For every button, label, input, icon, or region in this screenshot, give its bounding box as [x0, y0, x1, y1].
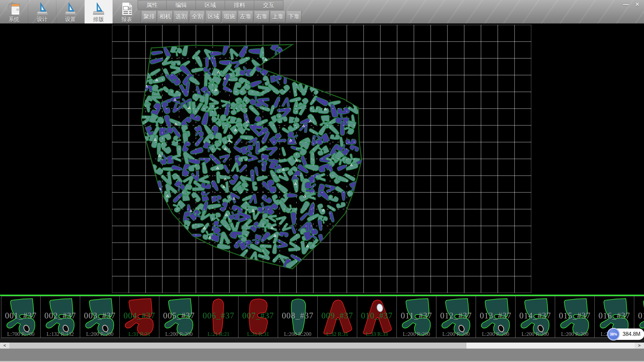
- gear-document-icon: [7, 1, 21, 16]
- tool-button-左靠[interactable]: 左靠: [238, 11, 253, 22]
- menu-row-2: 聚排相机选割全割区域瑕疵左靠右靠上靠下靠: [142, 11, 302, 22]
- strip-gap: [0, 338, 644, 343]
- scroll-left-arrow-icon[interactable]: <: [0, 343, 9, 349]
- menu-button-交互[interactable]: 交互: [254, 0, 283, 10]
- nesting-canvas[interactable]: [0, 23, 644, 295]
- piece-thumbnail-008_#37[interactable]: 008_#37L:200 R:200: [278, 296, 318, 338]
- tool-button-聚排[interactable]: 聚排: [142, 11, 157, 22]
- main-tab-设置[interactable]: 设置: [56, 0, 85, 23]
- status-bar: [0, 349, 644, 362]
- piece-shape: [442, 299, 470, 335]
- tool-button-区域[interactable]: 区域: [206, 11, 221, 22]
- main-tab-label: 设置: [65, 16, 76, 23]
- main-tool-buttons: 系统设计设置排版报表: [0, 0, 141, 23]
- window-controls: — ✕: [621, 1, 642, 9]
- piece-thumbnail-009_#37[interactable]: 009_#37L:32 R:31: [318, 296, 357, 338]
- minimize-button[interactable]: —: [621, 1, 631, 9]
- main-tab-label: 设计: [37, 16, 48, 23]
- tool-button-选割[interactable]: 选割: [174, 11, 189, 22]
- main-tab-系统[interactable]: 系统: [0, 0, 28, 23]
- main-tab-设计[interactable]: 设计: [28, 0, 56, 23]
- piece-shape: [521, 299, 549, 335]
- tool-button-上靠[interactable]: 上靠: [270, 11, 285, 22]
- piece-thumbnail-012_#37[interactable]: 012_#37L:200 R:200: [436, 296, 476, 338]
- piece-shape: [125, 299, 153, 335]
- piece-thumbnail-011_#37[interactable]: 011_#37L:200 R:200: [397, 296, 436, 338]
- tool-button-瑕疵[interactable]: 瑕疵: [222, 11, 237, 22]
- tool-button-相机[interactable]: 相机: [158, 11, 173, 22]
- piece-shape: [86, 299, 114, 335]
- piece-shape: [481, 299, 509, 335]
- piece-shape: [402, 299, 430, 335]
- menu-button-排料[interactable]: 排料: [225, 0, 254, 10]
- piece-thumbnail-006_#37[interactable]: 006_#37L:21 R:21: [199, 296, 238, 338]
- menu-row-1: 属性编辑区域排料交互: [138, 0, 283, 10]
- piece-thumbnail-003_#37[interactable]: 003_#37L:200 R:200: [80, 296, 120, 338]
- set-square-icon: [91, 1, 106, 16]
- piece-thumbnail-005_#37[interactable]: 005_#37L:200 R:200: [159, 296, 199, 338]
- main-toolbar: 系统设计设置排版报表 属性编辑区域排料交互 聚排相机选割全割区域瑕疵左靠右靠上靠…: [0, 0, 644, 23]
- hide-nesting-view[interactable]: [112, 25, 531, 293]
- report-document-icon: [119, 1, 134, 16]
- main-tab-label: 排版: [93, 16, 104, 23]
- piece-thumbnail-004_#37[interactable]: 004_#37L:31 R:31: [120, 296, 159, 338]
- piece-thumbnail-001_#37[interactable]: 001_#37L:700 R:700: [1, 296, 41, 338]
- piece-shape: [324, 300, 352, 334]
- progress-circle: 38%: [607, 328, 620, 341]
- menu-button-区域[interactable]: 区域: [196, 0, 225, 10]
- piece-shape: [249, 299, 267, 334]
- piece-shape: [213, 299, 224, 334]
- menu-button-属性[interactable]: 属性: [138, 0, 167, 10]
- piece-thumbnail-013_#37[interactable]: 013_#37L:200 R:200: [476, 296, 516, 338]
- piece-shape: [7, 299, 35, 335]
- main-tab-排版[interactable]: 排版: [85, 0, 113, 23]
- tool-button-下靠[interactable]: 下靠: [286, 11, 302, 22]
- piece-thumbnail-014_#37[interactable]: 014_#37L:200 R:200: [516, 296, 555, 338]
- piece-thumbnail-002_#37[interactable]: 002_#37L:132 R:132: [41, 296, 80, 338]
- piece-thumbnail-strip: 001_#37L:700 R:700002_#37L:132 R:132003_…: [0, 296, 644, 338]
- main-tab-label: 系统: [9, 16, 19, 23]
- menu-button-编辑[interactable]: 编辑: [167, 0, 196, 10]
- tool-button-右靠[interactable]: 右靠: [254, 11, 269, 22]
- main-tab-label: 报表: [121, 16, 132, 23]
- close-button[interactable]: ✕: [633, 1, 642, 9]
- main-tab-报表[interactable]: 报表: [113, 0, 141, 23]
- scroll-right-arrow-icon[interactable]: >: [635, 343, 644, 349]
- piece-thumbnail-007_#37[interactable]: 007_#37L:31 R:31: [238, 296, 278, 338]
- tool-button-全割[interactable]: 全割: [190, 11, 205, 22]
- piece-shape: [560, 299, 589, 335]
- piece-shape: [291, 299, 306, 335]
- set-square-icon: [35, 1, 50, 16]
- piece-shape: [46, 299, 74, 335]
- horizontal-scrollbar[interactable]: < >: [0, 343, 644, 349]
- piece-shape: [165, 299, 193, 335]
- memory-value: 384.8M: [623, 331, 640, 337]
- nesting-app-window: 系统设计设置排版报表 属性编辑区域排料交互 聚排相机选割全割区域瑕疵左靠右靠上靠…: [0, 0, 644, 362]
- piece-thumbnail-010_#37[interactable]: 010_#37L:33 R:33: [357, 296, 397, 338]
- scrollbar-thumb[interactable]: [9, 343, 466, 349]
- set-square-icon: [63, 1, 78, 16]
- memory-usage-badge[interactable]: 38% 384.8M: [608, 328, 644, 340]
- piece-thumbnail-015_#37[interactable]: 015_#37L:200 R:200: [555, 296, 595, 338]
